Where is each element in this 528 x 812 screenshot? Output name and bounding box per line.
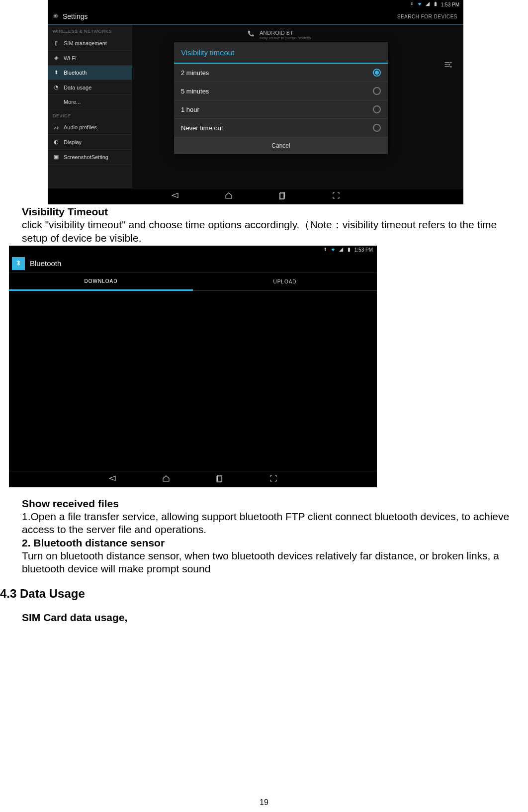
svg-point-2 (448, 64, 450, 65)
heading-bt-distance: 2. Bluetooth distance sensor (22, 537, 165, 548)
android-navbar (48, 188, 463, 204)
screenshot-bluetooth-transfer: 1:53 PM Bluetooth DOWNLOAD UPLOAD (9, 246, 377, 487)
sidebar-item-wifi[interactable]: ◈Wi-Fi (48, 51, 132, 66)
sidebar-item-screenshot[interactable]: ▣ScreenshotSetting (48, 150, 132, 165)
sidebar-section-wireless: WIRELESS & NETWORKS (48, 25, 132, 36)
sidebar-item-label: Wi-Fi (64, 55, 77, 61)
transfer-tabs: DOWNLOAD UPLOAD (9, 273, 377, 291)
settings-content: ANDROID BT Only visible to paired device… (132, 25, 463, 189)
sidebar-item-label: Data usage (64, 85, 91, 90)
battery-status-icon (433, 1, 438, 7)
svg-point-3 (450, 66, 451, 68)
sidebar-item-label: Bluetooth (64, 70, 87, 76)
status-bar: 1:53 PM (48, 0, 463, 9)
settings-icon (52, 12, 59, 21)
bluetooth-icon (53, 70, 60, 76)
sidebar-item-display[interactable]: ◐Display (48, 135, 132, 150)
heading-show-received: Show received files (22, 498, 119, 509)
sidebar-item-sim[interactable]: ▯SIM management (48, 36, 132, 51)
dialog-option-label: 2 minutes (181, 69, 209, 77)
phone-icon (247, 30, 255, 40)
dialog-option-label: Never time out (181, 124, 223, 132)
display-icon: ◐ (53, 139, 60, 145)
sidebar-section-device: DEVICE (48, 109, 132, 120)
tab-upload[interactable]: UPLOAD (193, 273, 377, 291)
data-icon: ◔ (53, 84, 60, 90)
sidebar-item-label: ScreenshotSetting (64, 154, 108, 160)
wifi-icon: ◈ (53, 55, 60, 61)
radio-icon (373, 124, 381, 132)
sidebar-item-label: Display (64, 139, 82, 145)
dialog-option-never[interactable]: Never time out (174, 119, 388, 137)
bluetooth-app-icon[interactable] (12, 257, 25, 270)
sidebar-item-bluetooth[interactable]: Bluetooth (48, 66, 132, 80)
camera-icon: ▣ (53, 154, 60, 160)
screenshot-settings-visibility: 1:53 PM Settings SEARCH FOR DEVICES WIRE… (48, 0, 463, 204)
wifi-status-icon (417, 1, 422, 7)
dialog-option-2min[interactable]: 2 minutes (174, 64, 388, 82)
svg-point-0 (54, 15, 56, 17)
bt-device-name: ANDROID BT (260, 30, 311, 36)
sidebar-item-datausage[interactable]: ◔Data usage (48, 80, 132, 95)
sidebar-item-label: SIM management (64, 40, 107, 46)
recent-icon[interactable] (278, 191, 287, 202)
dialog-option-5min[interactable]: 5 minutes (174, 82, 388, 100)
settings-header: Settings SEARCH FOR DEVICES (48, 9, 463, 25)
section-heading-data-usage: 4.3 Data Usage (0, 587, 85, 600)
dialog-option-1hour[interactable]: 1 hour (174, 100, 388, 119)
screenshot-nav-icon[interactable] (332, 191, 341, 202)
dialog-option-label: 5 minutes (181, 88, 209, 95)
radio-icon (373, 87, 381, 95)
status-bar: 1:53 PM (9, 246, 377, 255)
paragraph-show-received: 1.Open a file transfer service, allowing… (22, 510, 523, 537)
android-navbar (9, 471, 377, 487)
back-icon[interactable] (171, 191, 179, 202)
signal-status-icon (425, 1, 430, 7)
page-number: 19 (0, 798, 528, 807)
bluetooth-title: Bluetooth (30, 259, 61, 268)
radio-icon (373, 105, 381, 113)
signal-status-icon (339, 247, 344, 253)
bt-device-sub: Only visible to paired devices (260, 36, 311, 40)
back-icon[interactable] (108, 474, 117, 485)
bluetooth-status-icon (409, 1, 414, 7)
dialog-option-label: 1 hour (181, 106, 199, 113)
settings-sliders-icon[interactable] (443, 60, 453, 72)
status-time: 1:53 PM (441, 2, 459, 7)
visibility-timeout-dialog: Visibility timeout 2 minutes 5 minutes 1… (174, 42, 388, 154)
search-for-devices-button[interactable]: SEARCH FOR DEVICES (397, 14, 457, 19)
paragraph-visibility-timeout: click "visibility timeout" and choose ti… (22, 218, 523, 245)
sidebar-item-more[interactable]: More... (48, 95, 132, 109)
recent-icon[interactable] (215, 474, 224, 485)
sidebar-item-label: Audio profiles (64, 124, 97, 130)
audio-icon: ♪♪ (53, 124, 60, 130)
sidebar-item-label: More... (64, 99, 81, 105)
status-time: 1:53 PM (354, 247, 373, 253)
sim-icon: ▯ (53, 40, 60, 46)
dialog-cancel-button[interactable]: Cancel (174, 137, 388, 154)
screenshot-nav-icon[interactable] (269, 474, 278, 485)
sidebar-item-audio[interactable]: ♪♪Audio profiles (48, 120, 132, 135)
home-icon[interactable] (224, 191, 233, 202)
svg-point-1 (450, 62, 451, 63)
settings-sidebar: WIRELESS & NETWORKS ▯SIM management ◈Wi-… (48, 25, 132, 189)
radio-icon (373, 69, 381, 77)
dialog-title: Visibility timeout (174, 42, 388, 64)
tab-download[interactable]: DOWNLOAD (9, 273, 193, 291)
home-icon[interactable] (162, 474, 171, 485)
subheading-sim-data: SIM Card data usage, (22, 612, 127, 623)
settings-title: Settings (63, 12, 88, 20)
battery-status-icon (347, 247, 352, 253)
paragraph-bt-distance: Turn on bluetooth distance sensor, when … (22, 549, 523, 576)
wifi-status-icon (331, 247, 336, 253)
bluetooth-status-icon (323, 247, 328, 253)
heading-visibility-timeout: Visibility Timeout (22, 206, 108, 217)
bt-device-entry[interactable]: ANDROID BT Only visible to paired device… (247, 30, 311, 40)
bluetooth-header: Bluetooth (9, 255, 377, 273)
